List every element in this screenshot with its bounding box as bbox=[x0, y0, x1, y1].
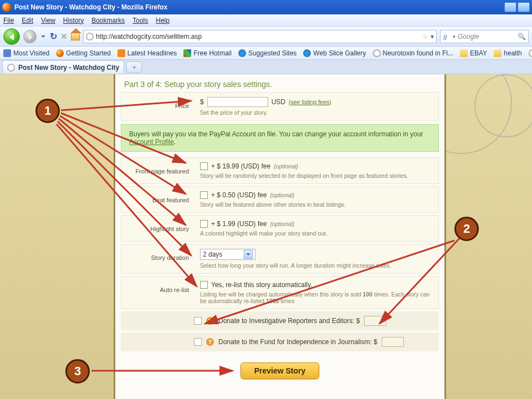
beat-optional: (optional) bbox=[270, 192, 294, 198]
relist-desc: Listing fee will be charged automaticall… bbox=[200, 291, 433, 304]
donate-fij-input[interactable] bbox=[382, 337, 404, 347]
page-viewport: Part 3 of 4: Setup your story sales sett… bbox=[0, 74, 532, 399]
minimize-button[interactable] bbox=[504, 2, 516, 12]
menu-view[interactable]: View bbox=[41, 17, 55, 24]
stop-button[interactable]: ✕ bbox=[60, 32, 68, 42]
bookmarks-toolbar: Most Visited Getting Started Latest Head… bbox=[0, 47, 532, 60]
currency-right: USD bbox=[272, 98, 285, 106]
url-dropdown-icon[interactable]: ▾ bbox=[431, 33, 434, 40]
bookmark-latest-headlines[interactable]: Latest Headlines bbox=[117, 49, 177, 57]
help-icon[interactable]: ? bbox=[206, 317, 214, 325]
currency-left: $ bbox=[200, 98, 204, 106]
highlight-checkbox[interactable] bbox=[200, 220, 208, 228]
menu-bookmarks[interactable]: Bookmarks bbox=[91, 17, 125, 24]
donate-ire-checkbox[interactable] bbox=[194, 317, 202, 325]
bookmark-health[interactable]: health bbox=[494, 49, 522, 57]
duration-value: 2 days bbox=[203, 250, 242, 258]
bookmark-neurotoxin[interactable]: Neurotoxin found in Fl... bbox=[373, 49, 453, 57]
forward-button[interactable] bbox=[23, 30, 37, 43]
duration-label: Story duration bbox=[121, 244, 195, 273]
menu-history[interactable]: History bbox=[63, 17, 84, 24]
menu-edit[interactable]: Edit bbox=[22, 17, 33, 24]
windows-icon bbox=[183, 49, 191, 57]
relist-checkbox[interactable] bbox=[200, 281, 208, 289]
ie-icon bbox=[303, 49, 311, 57]
duration-desc: Select how long your story will run. A l… bbox=[200, 262, 433, 269]
duration-select[interactable]: 2 days bbox=[200, 249, 255, 260]
callout-1: 1 bbox=[35, 99, 60, 123]
new-tab-button[interactable]: + bbox=[126, 62, 142, 73]
ie-icon bbox=[238, 49, 246, 57]
row-auto-relist: Auto re-list Yes, re-list this story aut… bbox=[121, 276, 439, 309]
price-desc: Set the price of your story. bbox=[200, 109, 433, 116]
step-heading: Part 3 of 4: Setup your story sales sett… bbox=[115, 74, 444, 92]
tab-bar: Post New Story - Watchdog City + bbox=[0, 60, 532, 74]
bookmark-most-visited[interactable]: Most Visited bbox=[3, 49, 49, 57]
donate-ire-row: ? Donate to Investigative Reporters and … bbox=[121, 311, 439, 330]
bookmark-free-hotmail[interactable]: Free Hotmail bbox=[183, 49, 232, 57]
front-desc: Story will be randomly selected to be di… bbox=[200, 172, 433, 179]
paypal-info: Buyers will pay you via the PayPal Accou… bbox=[121, 124, 439, 152]
account-profile-link[interactable]: Account Profile bbox=[129, 138, 174, 146]
address-bar[interactable]: http://watchdogcity.com/sellitem.asp ☆ ▾ bbox=[83, 30, 437, 43]
reload-button[interactable]: ↻ bbox=[50, 31, 57, 42]
callout-3: 3 bbox=[65, 359, 90, 383]
price-input[interactable] bbox=[207, 97, 268, 107]
browser-tab-active[interactable]: Post New Story - Watchdog City bbox=[2, 60, 124, 74]
highlight-fee: + $ 1.99 (USD) fee bbox=[211, 220, 267, 228]
window-title: Post New Story - Watchdog City - Mozilla… bbox=[14, 3, 167, 11]
menu-tools[interactable]: Tools bbox=[132, 17, 148, 24]
watchdog-icon bbox=[529, 49, 532, 57]
row-front-page-featured: Front page featured + $ 19.99 (USD) fee … bbox=[121, 157, 439, 184]
front-label: Front page featured bbox=[121, 158, 195, 183]
callout-2: 2 bbox=[454, 217, 479, 241]
navigation-toolbar: ↻ ✕ http://watchdogcity.com/sellitem.asp… bbox=[0, 27, 532, 47]
price-label: Price bbox=[121, 93, 195, 120]
history-dropdown[interactable] bbox=[40, 29, 47, 44]
beat-checkbox[interactable] bbox=[200, 191, 208, 199]
relist-chk-label: Yes, re-list this story automatically. bbox=[211, 281, 313, 289]
tab-label: Post New Story - Watchdog City bbox=[18, 64, 119, 71]
bookmark-web-slice[interactable]: Web Slice Gallery bbox=[303, 49, 366, 57]
bookmark-getting-started[interactable]: Getting Started bbox=[56, 49, 111, 57]
folder-icon bbox=[494, 49, 502, 57]
menu-help[interactable]: Help bbox=[156, 17, 170, 24]
menu-bar: File Edit View History Bookmarks Tools H… bbox=[0, 14, 532, 27]
donate-ire-label: Donate to Investigative Reporters and Ed… bbox=[218, 317, 360, 325]
search-engine-dropdown-icon[interactable]: ▾ bbox=[453, 34, 456, 39]
bookmark-ebay[interactable]: EBAY bbox=[460, 49, 487, 57]
google-icon bbox=[443, 33, 451, 40]
donate-fij-checkbox[interactable] bbox=[194, 338, 202, 346]
folder-icon bbox=[460, 49, 468, 57]
rss-icon bbox=[117, 49, 125, 57]
highlight-optional: (optional) bbox=[270, 221, 294, 227]
menu-file[interactable]: File bbox=[3, 17, 14, 24]
row-highlight-story: Highlight story + $ 1.99 (USD) fee (opti… bbox=[121, 215, 439, 242]
firefox-icon bbox=[56, 49, 64, 57]
back-button[interactable] bbox=[3, 28, 20, 45]
donate-fij-label: Donate to the Fund for Independence in J… bbox=[218, 338, 377, 346]
front-checkbox[interactable] bbox=[200, 162, 208, 170]
bookmark-universal-terms[interactable]: Universal Terms of bbox=[529, 49, 532, 57]
firefox-icon bbox=[2, 3, 11, 12]
front-fee: + $ 19.99 (USD) fee bbox=[211, 162, 270, 170]
front-optional: (optional) bbox=[274, 163, 298, 170]
bookmark-suggested-sites[interactable]: Suggested Sites bbox=[238, 49, 296, 57]
row-beat-featured: Beat featured + $ 0.50 (USD) fee (option… bbox=[121, 186, 439, 213]
form-panel: Part 3 of 4: Setup your story sales sett… bbox=[114, 74, 446, 399]
listing-fees-link[interactable]: (see listing fees) bbox=[289, 99, 331, 105]
maximize-button[interactable] bbox=[518, 2, 530, 12]
preview-story-button[interactable]: Preview Story bbox=[241, 362, 320, 379]
site-favicon-icon bbox=[86, 33, 94, 40]
beat-desc: Story will be featured above other stori… bbox=[200, 201, 433, 208]
bookmark-star-icon[interactable]: ☆ bbox=[422, 33, 428, 40]
help-icon[interactable]: ? bbox=[206, 338, 214, 346]
home-button[interactable] bbox=[71, 33, 80, 40]
search-bar[interactable]: ▾ Google 🔍 bbox=[440, 30, 529, 43]
donate-ire-input[interactable] bbox=[364, 316, 386, 326]
most-visited-icon bbox=[3, 49, 11, 57]
donate-fij-row: ? Donate to the Fund for Independence in… bbox=[121, 332, 439, 351]
search-go-icon[interactable]: 🔍 bbox=[518, 33, 526, 40]
watchdog-icon bbox=[373, 49, 381, 57]
beat-label: Beat featured bbox=[121, 187, 195, 212]
